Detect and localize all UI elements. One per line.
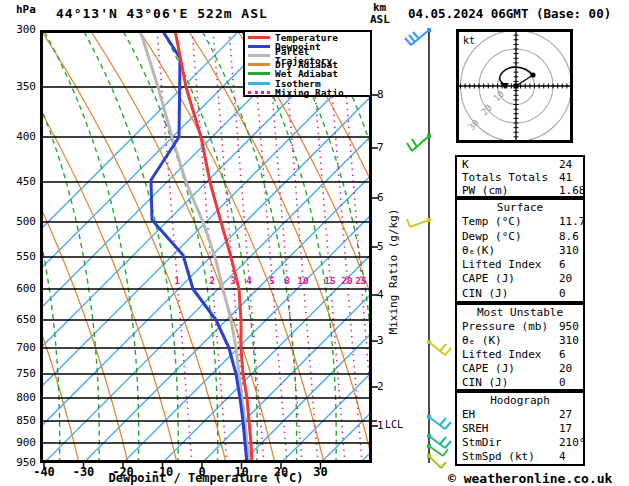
stats-value: 4 bbox=[559, 450, 566, 464]
stats-row: Lifted Index6 bbox=[462, 258, 583, 272]
hodograph-ring-label: 10 bbox=[491, 89, 506, 104]
stats-label: CIN (J) bbox=[462, 287, 508, 300]
legend-item: Mixing Ratio bbox=[248, 88, 370, 97]
stats-box: HodographEH27SREH17StmDir210°StmSpd (kt)… bbox=[455, 391, 585, 466]
altitude-unit-asl-label: ASL bbox=[370, 13, 390, 26]
stats-value: 6 bbox=[559, 258, 566, 272]
legend-swatch bbox=[248, 72, 270, 75]
run-date-title: 04.05.2024 06GMT (Base: 00) bbox=[408, 6, 611, 21]
mixing-ratio-line-label: 15 bbox=[324, 275, 336, 286]
altitude-tick-label: 4 bbox=[377, 288, 384, 301]
stats-label: θₑ (K) bbox=[462, 334, 502, 347]
stats-value: 20 bbox=[559, 272, 572, 286]
stats-row: CAPE (J)20 bbox=[462, 272, 583, 286]
stats-value: 17 bbox=[559, 422, 572, 436]
legend-swatch bbox=[248, 36, 270, 39]
stats-value: 6 bbox=[559, 348, 566, 362]
stats-row: Dewp (°C)8.6 bbox=[462, 230, 583, 244]
pressure-tick-label: 500 bbox=[0, 215, 36, 228]
stats-value: 20 bbox=[559, 362, 572, 376]
stats-label: Lifted Index bbox=[462, 258, 541, 271]
stats-box: SurfaceTemp (°C)11.7Dewp (°C)8.6θₑ(K)310… bbox=[455, 198, 585, 303]
stats-row: CIN (J)0 bbox=[462, 287, 583, 301]
pressure-tick-label: 900 bbox=[0, 436, 36, 449]
stats-label: StmSpd (kt) bbox=[462, 450, 535, 463]
pressure-tick-label: 600 bbox=[0, 282, 36, 295]
stats-label: CAPE (J) bbox=[462, 362, 515, 375]
stats-label: K bbox=[462, 158, 469, 171]
altitude-tick-label: 3 bbox=[377, 334, 384, 347]
stats-label: Pressure (mb) bbox=[462, 320, 548, 333]
stats-label: Temp (°C) bbox=[462, 215, 522, 228]
stats-value: 11.7 bbox=[559, 215, 586, 229]
legend-swatch bbox=[248, 91, 270, 94]
stats-value: 0 bbox=[559, 287, 566, 301]
stats-label: StmDir bbox=[462, 436, 502, 449]
pressure-tick-label: 650 bbox=[0, 313, 36, 326]
pressure-unit-label: hPa bbox=[16, 3, 36, 16]
stats-value: 24 bbox=[559, 158, 572, 171]
stats-label: Dewp (°C) bbox=[462, 230, 522, 243]
legend: TemperatureDewpointParcel TrajectoryDry … bbox=[243, 30, 372, 97]
altitude-tick-label: 8 bbox=[377, 88, 384, 101]
altitude-tick-label: 1 bbox=[377, 419, 384, 432]
stats-value: 1.68 bbox=[559, 184, 586, 197]
stats-row: θₑ(K)310 bbox=[462, 244, 583, 258]
stats-box: Most UnstablePressure (mb)950θₑ (K)310Li… bbox=[455, 303, 585, 391]
stats-box: K24Totals Totals41PW (cm)1.68 bbox=[455, 155, 585, 198]
pressure-tick-label: 700 bbox=[0, 341, 36, 354]
stats-section-title: Most Unstable bbox=[462, 306, 583, 320]
stats-row: K24 bbox=[462, 158, 583, 171]
stats-value: 310 bbox=[559, 334, 579, 348]
stats-row: EH27 bbox=[462, 408, 583, 422]
stats-value: 8.6 bbox=[559, 230, 579, 244]
legend-swatch bbox=[248, 45, 270, 48]
stats-label: EH bbox=[462, 408, 475, 421]
legend-swatch bbox=[248, 54, 270, 57]
watermark: © weatheronline.co.uk bbox=[448, 471, 612, 486]
mixing-ratio-line-label: 1 bbox=[174, 275, 180, 286]
mixing-ratio-line-label: 20 bbox=[341, 275, 353, 286]
legend-swatch bbox=[248, 82, 270, 85]
stats-value: 950 bbox=[559, 320, 579, 334]
stats-row: Pressure (mb)950 bbox=[462, 320, 583, 334]
temperature-tick-label: -40 bbox=[24, 465, 64, 479]
stats-row: CIN (J)0 bbox=[462, 376, 583, 390]
stats-section-title: Hodograph bbox=[462, 394, 583, 408]
stats-row: SREH17 bbox=[462, 422, 583, 436]
x-axis-title: Dewpoint / Temperature (°C) bbox=[60, 471, 352, 485]
pressure-tick-label: 350 bbox=[0, 80, 36, 93]
pressure-tick-label: 750 bbox=[0, 367, 36, 380]
stats-row: Temp (°C)11.7 bbox=[462, 215, 583, 229]
stats-value: 0 bbox=[559, 376, 566, 390]
hodograph-plot: 102030kt bbox=[459, 32, 570, 140]
lcl-marker-label: LCL bbox=[385, 419, 403, 430]
stats-row: Totals Totals41 bbox=[462, 171, 583, 184]
hodograph-panel: 102030kt bbox=[456, 29, 573, 143]
pressure-tick-label: 800 bbox=[0, 391, 36, 404]
mixing-ratio-line-label: 25 bbox=[355, 275, 367, 286]
mixing-ratio-line-label: 2 bbox=[209, 275, 215, 286]
stats-value: 310 bbox=[559, 244, 579, 258]
stats-value: 27 bbox=[559, 408, 572, 422]
altitude-tick-label: 2 bbox=[377, 380, 384, 393]
skewt-sounding-screen: hPa 44°13'N 43°06'E 522m ASL km ASL 04.0… bbox=[0, 0, 629, 486]
station-title: 44°13'N 43°06'E 522m ASL bbox=[56, 6, 268, 21]
mixing-ratio-axis-title: Mixing Ratio (g/kg) bbox=[387, 197, 400, 347]
hodograph-ring-label: 20 bbox=[479, 103, 494, 118]
pressure-tick-label: 300 bbox=[0, 23, 36, 36]
stats-row: Lifted Index6 bbox=[462, 348, 583, 362]
stats-label: SREH bbox=[462, 422, 489, 435]
stats-label: CAPE (J) bbox=[462, 272, 515, 285]
legend-swatch bbox=[248, 63, 270, 66]
stats-label: θₑ(K) bbox=[462, 244, 495, 257]
stats-row: θₑ (K)310 bbox=[462, 334, 583, 348]
altitude-tick-label: 6 bbox=[377, 191, 384, 204]
stats-label: Lifted Index bbox=[462, 348, 541, 361]
mixing-ratio-line-label: 4 bbox=[246, 275, 252, 286]
stats-row: CAPE (J)20 bbox=[462, 362, 583, 376]
pressure-tick-label: 550 bbox=[0, 250, 36, 263]
mixing-ratio-line-label: 5 bbox=[269, 275, 275, 286]
pressure-tick-label: 850 bbox=[0, 414, 36, 427]
stats-row: StmSpd (kt)4 bbox=[462, 450, 583, 464]
